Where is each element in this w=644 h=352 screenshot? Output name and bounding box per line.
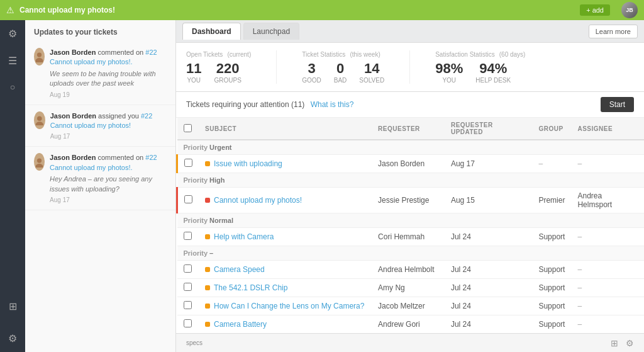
row-requester: Amy Ng (372, 279, 445, 297)
priority-indicator (205, 267, 210, 272)
ticket-subject-link[interactable]: The 542.1 DSLR Chip (214, 283, 287, 292)
row-assignee: – (571, 279, 644, 297)
table-row: Cannot upload my photos! Jessie Prestige… (177, 188, 645, 213)
row-group: Support (532, 297, 571, 315)
svg-point-1 (35, 58, 43, 62)
row-checkbox (177, 155, 199, 173)
col-subject: SUBJECT (199, 118, 372, 140)
col-requester: REQUESTER (372, 118, 445, 140)
gear-icon[interactable]: ⚙ (6, 330, 19, 347)
settings-icon[interactable]: ⚙ (6, 25, 19, 42)
tab-launchpad[interactable]: Launchpad (243, 23, 299, 40)
main-panel: Dashboard Launchpad Learn more Open Tick… (176, 20, 644, 352)
comment-body: We seem to be having trouble with upload… (50, 69, 167, 89)
table-row: Camera Speed Andrea Helmbolt Jul 24 Supp… (177, 261, 645, 279)
row-group: Support (532, 228, 571, 246)
stat-good: 3 GOOD (302, 62, 321, 84)
col-checkbox (177, 118, 199, 140)
priority-indicator (205, 161, 210, 166)
tabs: Dashboard Launchpad (182, 23, 299, 40)
ticket-subject-link[interactable]: Cannot upload my photos! (214, 196, 302, 205)
table-row: The 542.1 DSLR Chip Amy Ng Jul 24 Suppor… (177, 279, 645, 297)
svg-point-2 (37, 116, 42, 121)
grid-icon[interactable]: ⊞ (6, 298, 19, 315)
alert-text: Cannot upload my photos! (19, 6, 575, 14)
updates-title: Updates to your tickets (25, 20, 175, 42)
add-button[interactable]: + add (580, 4, 610, 16)
row-updated: Jul 24 (445, 315, 533, 334)
sidebar-icons: ⚙ ☰ ○ ⊞ ⚙ (0, 20, 25, 352)
avatar (34, 111, 45, 129)
row-group: Premier (532, 188, 571, 213)
row-group: – (532, 155, 571, 173)
open-tickets-group: Open Tickets (current) 11 YOU 220 GROUPS (186, 50, 251, 84)
topbar: ⚠ Cannot upload my photos! + add JB (0, 0, 644, 20)
row-requester: Andrea Helmbolt (372, 261, 445, 279)
row-checkbox (177, 297, 199, 315)
row-select-checkbox[interactable] (184, 301, 192, 309)
priority-header-high: Priority High (177, 173, 645, 188)
row-requester: Cori Hemmah (372, 228, 445, 246)
row-select-checkbox[interactable] (184, 195, 192, 203)
specs-text: specs (186, 339, 203, 346)
ticket-subject-link[interactable]: Camera Battery (214, 320, 267, 329)
row-requester: Andrew Gori (372, 315, 445, 334)
row-updated: Jul 24 (445, 279, 533, 297)
update-date: Aug 19 (50, 91, 167, 98)
row-updated: Jul 24 (445, 228, 533, 246)
grid-bottom-icon[interactable]: ⊞ (611, 338, 618, 348)
author-name: Jason Borden (50, 112, 96, 120)
row-subject: Help with Camera (199, 228, 372, 246)
search-icon[interactable]: ○ (8, 79, 18, 94)
stat-bad: 0 BAD (334, 62, 347, 84)
row-select-checkbox[interactable] (184, 159, 192, 167)
col-group: GROUP (532, 118, 571, 140)
comment-body: Hey Andrea – are you seeing any issues w… (50, 174, 167, 194)
svg-point-5 (35, 164, 43, 167)
start-button[interactable]: Start (601, 97, 634, 112)
update-date: Aug 17 (50, 133, 167, 140)
row-checkbox (177, 228, 199, 246)
row-updated: Aug 17 (445, 155, 533, 173)
row-updated: Jul 24 (445, 261, 533, 279)
learn-more-button[interactable]: Learn more (589, 25, 638, 38)
left-panel: Updates to your tickets Jason Borden com… (25, 20, 176, 352)
row-assignee: – (571, 228, 644, 246)
row-select-checkbox[interactable] (184, 232, 192, 240)
table-row: How Can I Change the Lens on My Camera? … (177, 297, 645, 315)
ticket-subject-link[interactable]: Issue with uploading (214, 159, 282, 168)
priority-indicator (205, 285, 210, 290)
priority-header-none: Priority – (177, 246, 645, 261)
row-select-checkbox[interactable] (184, 283, 192, 291)
ticket-update: Jason Borden commented on #22 Cannot upl… (25, 42, 175, 105)
row-checkbox (177, 315, 199, 334)
menu-icon[interactable]: ☰ (6, 52, 19, 69)
tab-dashboard[interactable]: Dashboard (182, 23, 241, 40)
avatar (34, 153, 45, 171)
row-checkbox (177, 279, 199, 297)
update-date: Aug 17 (50, 196, 167, 203)
row-assignee: – (571, 315, 644, 334)
svg-point-0 (37, 53, 42, 57)
open-tickets-title: Open Tickets (current) (186, 50, 251, 58)
ticket-subject-link[interactable]: How Can I Change the Lens on My Camera? (214, 302, 364, 310)
priority-indicator (205, 304, 210, 309)
what-is-this-link[interactable]: What is this? (311, 100, 354, 109)
tabs-bar: Dashboard Launchpad Learn more (176, 20, 644, 43)
table-row: Issue with uploading Jason Borden Aug 17… (177, 155, 645, 173)
row-select-checkbox[interactable] (184, 319, 192, 327)
stat-satisfaction-helpdesk: 94% HELP DESK (475, 62, 511, 84)
avatar[interactable]: JB (621, 2, 638, 18)
settings-bottom-icon[interactable]: ⚙ (626, 338, 634, 348)
stat-groups: 220 GROUPS (214, 62, 241, 84)
priority-indicator (205, 234, 210, 239)
row-assignee: – (571, 261, 644, 279)
row-subject: Cannot upload my photos! (199, 188, 372, 213)
ticket-subject-link[interactable]: Help with Camera (214, 232, 274, 241)
ticket-subject-link[interactable]: Camera Speed (214, 265, 265, 274)
select-all-checkbox[interactable] (184, 124, 192, 132)
table-row: Help with Camera Cori Hemmah Jul 24 Supp… (177, 228, 645, 246)
row-select-checkbox[interactable] (184, 264, 192, 273)
ticket-statistics-group: Ticket Statistics (this week) 3 GOOD 0 B… (302, 50, 384, 84)
row-subject: Issue with uploading (199, 155, 372, 173)
